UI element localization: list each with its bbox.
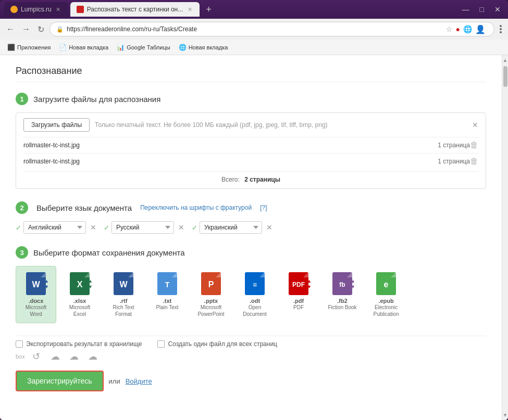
format-pdf-ext: .pdf: [293, 298, 304, 304]
language-selects: ✓ Английский ✕ ✓ Русский ✕: [16, 221, 486, 234]
file-delete-2-icon[interactable]: 🗑: [470, 157, 478, 166]
forward-button[interactable]: →: [20, 23, 32, 35]
lang-english-select[interactable]: Английский: [23, 221, 86, 234]
table-row: rollmaster-tc-inst.jpg 1 страница 🗑: [23, 153, 478, 169]
format-odt-ext: .odt: [250, 298, 260, 304]
scrollbar[interactable]: ▲ ▼: [502, 55, 508, 420]
new-tab-button[interactable]: +: [202, 4, 216, 15]
format-xlsx[interactable]: X ▲ ▼ .xlsx MicrosoftExcel: [59, 266, 100, 323]
tab-lumpics-close-icon[interactable]: ✕: [55, 6, 62, 13]
scroll-up-icon[interactable]: ▲: [502, 56, 508, 64]
checkmark-russian-icon: ✓: [104, 224, 109, 232]
bookmark-new-tab-1[interactable]: 📄 Новая вкладка: [56, 43, 111, 52]
format-rtf-ext: .rtf: [120, 298, 128, 304]
apps-grid-icon: ⬛: [7, 44, 15, 51]
login-link[interactable]: Войдите: [126, 377, 152, 385]
format-pptx-name: MicrosoftPowerPoint: [197, 304, 224, 317]
user-icon: 👤: [475, 24, 486, 34]
format-rtf-name: Rich TextFormat: [113, 304, 134, 317]
checkbox-single-file: Создать один файл для всех страниц: [157, 340, 277, 348]
format-fb2[interactable]: fb ▲ ▼ .fb2 Fiction Book: [322, 266, 363, 323]
bookmark-sheets-label: Google Таблицы: [127, 44, 170, 50]
abbyy-favicon-icon: [77, 6, 84, 13]
lang-ukrainian-select[interactable]: Украинский: [200, 221, 262, 234]
checkbox-export-input[interactable]: [16, 340, 23, 348]
step-1-title: Загрузите файлы для распознания: [33, 95, 160, 104]
globe-icon: 🌐: [463, 25, 472, 33]
total-label: Всего:: [221, 176, 240, 183]
url-text: https://finereaderonline.com/ru-ru/Tasks…: [67, 26, 443, 33]
format-pptx[interactable]: P .pptx MicrosoftPowerPoint: [191, 266, 231, 323]
bookmark-apps[interactable]: ⬛ Приложения: [4, 43, 54, 52]
globe2-icon: 🌐: [179, 44, 187, 51]
format-docx[interactable]: W ▲ ▼ .docx MicrosoftWord: [16, 266, 56, 323]
tab-abbyy-close-icon[interactable]: ✕: [186, 6, 193, 13]
bookmarks-bar: ⬛ Приложения 📄 Новая вкладка 📊 Google Та…: [0, 40, 508, 55]
address-input[interactable]: 🔒 https://finereaderonline.com/ru-ru/Tas…: [49, 22, 494, 36]
tab-lumpics-label: Lumpics.ru: [21, 6, 52, 13]
tab-lumpics[interactable]: Lumpics.ru ✕: [4, 2, 68, 17]
file-delete-1-icon[interactable]: 🗑: [470, 141, 478, 150]
lang-russian-group: ✓ Русский ✕: [104, 221, 187, 234]
bookmark-star-icon[interactable]: ☆: [446, 25, 453, 33]
format-rtf[interactable]: W .rtf Rich TextFormat: [103, 266, 144, 323]
checkmark-ukrainian-icon: ✓: [192, 224, 197, 232]
table-row: rollmaster-tc-inst.jpg 1 страница 🗑: [23, 137, 478, 153]
menu-button[interactable]: [498, 23, 504, 35]
cloud-icons-row: box ↺ ☁ ☁ ☁: [16, 351, 486, 362]
lang-english-remove-icon[interactable]: ✕: [88, 222, 98, 233]
back-button[interactable]: ←: [4, 23, 17, 35]
step-3-header: 3 Выберите формат сохранения документа: [16, 246, 486, 259]
upload-close-icon[interactable]: ✕: [472, 121, 478, 129]
format-docx-ext: .docx: [29, 298, 44, 304]
sheets-icon: 📊: [117, 44, 125, 51]
format-xlsx-name: MicrosoftExcel: [69, 304, 91, 317]
file-pages-1: 1 страница: [438, 142, 470, 149]
format-docx-name: MicrosoftWord: [26, 304, 47, 317]
format-xlsx-icon-wrap: X ▲ ▼: [68, 272, 92, 296]
or-text: или: [109, 377, 120, 385]
scroll-down-icon[interactable]: ▼: [502, 411, 508, 419]
bookmark-sheets[interactable]: 📊 Google Таблицы: [114, 43, 173, 52]
checkbox-single-file-input[interactable]: [157, 340, 165, 348]
cloud-icon-3: ☁: [67, 351, 81, 362]
lang-ukrainian-remove-icon[interactable]: ✕: [264, 222, 275, 233]
divider: [16, 336, 486, 336]
page-title: Распознавание: [16, 66, 486, 82]
main-page: Распознавание 1 Загрузите файлы для расп…: [0, 55, 502, 402]
help-label: [?]: [260, 204, 267, 211]
scroll-thumb[interactable]: [503, 66, 507, 87]
total-pages: 2 страницы: [244, 176, 280, 183]
register-button[interactable]: Зарегистрируйтесь: [16, 371, 104, 391]
step-3-section: 3 Выберите формат сохранения документа W: [16, 246, 486, 323]
format-txt[interactable]: T .txt Plain Text: [147, 266, 188, 323]
format-pdf[interactable]: PDF ▲ ▼ .pdf PDF: [278, 266, 319, 323]
close-button[interactable]: ✕: [491, 4, 504, 15]
format-fb2-ext: .fb2: [337, 298, 348, 304]
format-epub-icon-wrap: e: [374, 272, 398, 296]
fraktur-link[interactable]: Переключить на шрифты с фрактурой: [140, 204, 252, 211]
step-3-number: 3: [16, 246, 28, 259]
bookmark-apps-label: Приложения: [17, 44, 51, 50]
format-pptx-icon-wrap: P: [199, 272, 223, 296]
format-fb2-icon-wrap: fb ▲ ▼: [330, 272, 354, 296]
lang-russian-select[interactable]: Русский: [111, 221, 174, 234]
refresh-button[interactable]: ↻: [35, 23, 46, 35]
lang-russian-remove-icon[interactable]: ✕: [176, 222, 187, 233]
page-content: Распознавание 1 Загрузите файлы для расп…: [0, 55, 502, 420]
total-row: Всего: 2 страницы: [23, 171, 478, 183]
format-odt[interactable]: ≡ .odt OpenDocument: [234, 266, 275, 323]
format-txt-ext: .txt: [163, 298, 172, 304]
step-2-section: 2 Выберите язык документа Переключить на…: [16, 201, 486, 234]
maximize-button[interactable]: □: [477, 4, 487, 15]
minimize-button[interactable]: —: [459, 4, 473, 15]
format-txt-icon-wrap: T: [155, 272, 179, 296]
tab-abbyy[interactable]: Распознать текст с картинки он... ✕: [70, 2, 200, 17]
upload-button[interactable]: Загрузить файлы: [23, 118, 90, 132]
format-epub[interactable]: e .epub ElectronicPublication: [366, 266, 406, 323]
format-fb2-name: Fiction Book: [328, 304, 356, 311]
checkbox-export: Экспортировать результат в хранилище: [16, 340, 142, 348]
format-xlsx-ext: .xlsx: [73, 298, 86, 304]
upload-row: Загрузить файлы Только печатный текст. Н…: [23, 118, 478, 132]
bookmark-new-tab-2[interactable]: 🌐 Новая вкладка: [176, 43, 231, 52]
